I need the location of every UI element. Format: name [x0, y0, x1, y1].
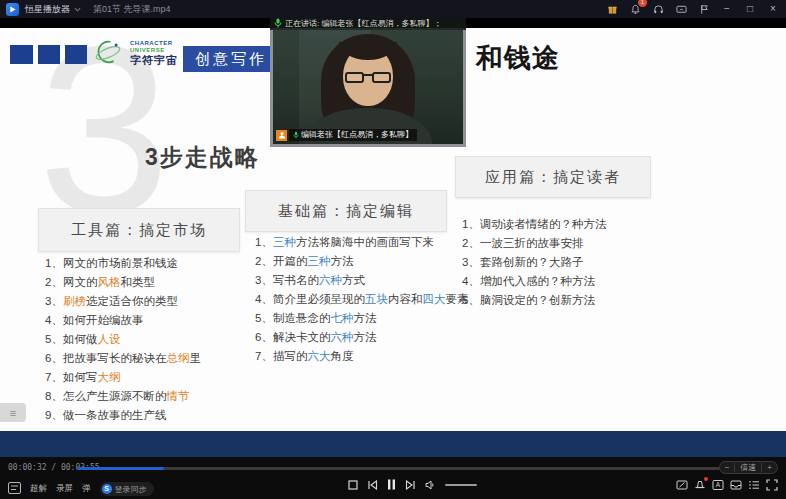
list-item: 7、如何写大纲 — [45, 368, 201, 387]
feedback-flag-icon[interactable] — [697, 2, 711, 16]
webcam-name-row: 编辑老张【红点易消，多私聊】 — [276, 129, 417, 141]
list-item: 6、把故事写长的秘诀在总纲里 — [45, 349, 201, 368]
strategy-title: 3步走战略 — [145, 142, 260, 173]
list-item: 5、脑洞设定的？创新方法 — [462, 291, 606, 310]
brand-logo-icon — [92, 38, 124, 72]
file-name: 第01节 先导课.mp4 — [93, 3, 171, 16]
list-item: 1、调动读者情绪的？种方法 — [462, 215, 606, 234]
magic-hat-icon[interactable] — [694, 479, 706, 491]
chevron-down-icon[interactable] — [74, 7, 81, 12]
list-item: 5、如何做人设 — [45, 330, 201, 349]
app-logo-icon — [6, 3, 19, 16]
list-item: 5、制造悬念的七种方法 — [255, 309, 468, 328]
playlist-panel-icon[interactable] — [748, 479, 760, 491]
screen-cast-icon[interactable] — [674, 2, 688, 16]
close-button[interactable]: × — [766, 2, 780, 16]
login-logo-icon: S — [102, 484, 112, 494]
super-resolution-button[interactable]: 超解 — [30, 483, 47, 495]
drawer-icon[interactable] — [730, 479, 742, 491]
mic-icon — [293, 131, 299, 139]
webcam-overlay: 正在讲话: 编辑老张【红点易消，多私聊】； 编辑老张【红点易消，多私聊】 — [270, 16, 466, 147]
list-item: 3、刷榜选定适合你的类型 — [45, 292, 201, 311]
minimize-button[interactable]: − — [720, 2, 734, 16]
list-item: 2、网文的风格和类型 — [45, 273, 201, 292]
brand-en-line1: CHARACTER — [130, 40, 178, 46]
slide-footer-strip — [0, 431, 786, 457]
person-glasses — [345, 72, 391, 84]
subtitle-icon[interactable]: A — [712, 479, 724, 491]
login-label: 登录同步 — [115, 484, 147, 495]
volume-slider[interactable] — [445, 484, 477, 486]
player-window: 恒星播放器 第01节 先导课.mp4 1 − □ × — [0, 0, 786, 499]
seek-fill — [77, 467, 164, 470]
record-button[interactable]: 录屏 — [56, 483, 73, 495]
list-item: 4、如何开始编故事 — [45, 311, 201, 330]
column-header-application: 应用篇：搞定读者 — [455, 156, 651, 198]
speaking-text: 正在讲话: 编辑老张【红点易消，多私聊】； — [285, 18, 441, 29]
speed-label[interactable]: 倍速 — [735, 462, 761, 473]
mic-icon — [274, 18, 282, 28]
left-controls: 超解 录屏 弹 S 登录同步 — [8, 480, 154, 498]
transport-controls — [348, 479, 477, 490]
stop-button[interactable] — [348, 480, 358, 490]
fullscreen-icon[interactable] — [766, 479, 778, 491]
list-item: 3、套路创新的？大路子 — [462, 253, 606, 272]
list-item: 1、三种方法将脑海中的画面写下来 — [255, 233, 468, 252]
brand-cn: 字符宇宙 — [130, 55, 178, 66]
titlebar: 恒星播放器 第01节 先导课.mp4 1 − □ × — [0, 0, 786, 18]
playlist-drawer-handle[interactable]: ≡ — [0, 403, 26, 422]
maximize-button[interactable]: □ — [743, 2, 757, 16]
new-feature-dot — [704, 477, 708, 481]
application-list: 1、调动读者情绪的？种方法2、一波三折的故事安排3、套路创新的？大路子4、增加代… — [462, 215, 606, 310]
brand-en-line2: UNIVERSE — [130, 47, 178, 53]
speed-minus-button[interactable]: − — [720, 462, 735, 473]
danmu-button[interactable]: 弹 — [82, 483, 91, 495]
seek-bar[interactable] — [77, 467, 720, 470]
slide-title-partial: 和钱途 — [476, 40, 560, 76]
list-item: 7、描写的六大角度 — [255, 347, 468, 366]
list-item: 9、做一条故事的生产线 — [45, 406, 201, 425]
svg-text:A: A — [716, 481, 721, 488]
participant-icon — [276, 130, 287, 141]
login-pill-button[interactable]: S 登录同步 — [100, 482, 154, 496]
speaking-banner: 正在讲话: 编辑老张【红点易消，多私聊】； — [270, 16, 466, 30]
column-header-basics: 基础篇：搞定编辑 — [245, 190, 447, 232]
list-item: 3、写书名的六种方式 — [255, 271, 468, 290]
app-name[interactable]: 恒星播放器 — [25, 3, 70, 16]
list-item: 6、解决卡文的六种方法 — [255, 328, 468, 347]
headset-icon[interactable] — [651, 2, 665, 16]
tools-list: 1、网文的市场前景和钱途2、网文的风格和类型3、刷榜选定适合你的类型4、如何开始… — [45, 254, 201, 425]
playlist-icon[interactable] — [8, 480, 21, 498]
right-controls: A — [676, 479, 778, 491]
decor-bar — [10, 45, 33, 64]
speed-control: − 倍速 + — [719, 461, 778, 474]
list-item: 2、开篇的三种方法 — [255, 252, 468, 271]
participant-name: 编辑老张【红点易消，多私聊】 — [289, 129, 417, 141]
list-item: 1、网文的市场前景和钱途 — [45, 254, 201, 273]
brand-logo-text: CHARACTER UNIVERSE 字符宇宙 — [130, 40, 178, 66]
previous-button[interactable] — [367, 480, 378, 490]
notification-bell-icon[interactable]: 1 — [628, 2, 642, 16]
column-header-tools: 工具篇：搞定市场 — [38, 208, 240, 252]
course-tag: 创意写作 — [183, 46, 279, 72]
basics-list: 1、三种方法将脑海中的画面写下来2、开篇的三种方法3、写书名的六种方式4、简介里… — [255, 233, 468, 366]
control-bar: 00:00:32 / 00:03:55 − 倍速 + 超解 录屏 弹 S 登录同… — [0, 457, 786, 499]
titlebar-actions: 1 − □ × — [605, 2, 780, 16]
notification-badge: 1 — [638, 0, 647, 7]
list-item: 8、怎么产生源源不断的情节 — [45, 387, 201, 406]
gift-icon[interactable] — [605, 2, 619, 16]
decor-bar — [38, 45, 60, 64]
list-item: 4、增加代入感的？种方法 — [462, 272, 606, 291]
list-item: 2、一波三折的故事安排 — [462, 234, 606, 253]
speed-plus-button[interactable]: + — [762, 462, 777, 473]
list-item: 4、简介里必须呈现的五块内容和四大要素 — [255, 290, 468, 309]
next-button[interactable] — [405, 480, 416, 490]
screenshot-icon[interactable] — [676, 479, 688, 491]
volume-icon[interactable] — [425, 480, 436, 490]
decor-bar — [65, 45, 87, 64]
webcam-video: 编辑老张【红点易消，多私聊】 — [270, 30, 466, 147]
pause-button[interactable] — [387, 479, 396, 490]
